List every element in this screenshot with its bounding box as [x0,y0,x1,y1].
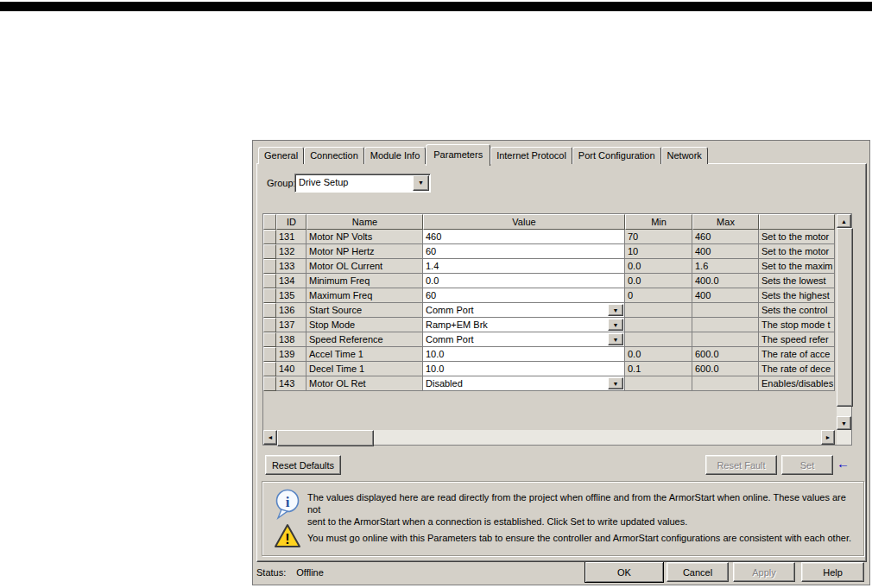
parameters-grid: IDNameValueMinMax 131Motor NP Volts46070… [262,213,852,446]
cell-value[interactable]: 0.0 [423,274,625,288]
tab-network[interactable]: Network [661,147,708,164]
cell-max [692,318,759,332]
cell-desc: The stop mode t [759,318,835,332]
group-combobox-value: Drive Setup [299,177,348,187]
tab-connection[interactable]: Connection [304,147,364,164]
reset-fault-button[interactable]: Reset Fault [705,455,777,475]
row-selector-cell[interactable] [263,303,276,318]
reset-defaults-button[interactable]: Reset Defaults [265,455,341,475]
notes-box: i The values displayed here are read dir… [262,481,864,556]
cell-desc: Set to the maxim [759,259,835,274]
row-selector-cell[interactable] [263,274,276,288]
cell-min: 0 [625,288,692,303]
chevron-down-icon: ▼ [613,337,619,343]
cell-id: 139 [276,347,306,362]
value-dropdown-button[interactable]: ▼ [608,377,623,389]
cell-id: 140 [276,362,306,376]
cell-max: 600.0 [692,362,759,376]
cell-id: 135 [276,288,306,303]
value-dropdown-button[interactable]: ▼ [608,333,623,345]
cell-value[interactable]: Disabled▼ [423,376,625,391]
cell-max: 400 [692,288,759,303]
table-row: 133Motor OL Current1.40.01.6Set to the m… [263,259,837,274]
apply-button[interactable]: Apply [733,562,795,582]
scroll-up-button[interactable]: ▲ [837,214,851,228]
cell-desc: Sets the highest [759,288,835,303]
cell-id: 133 [276,259,306,274]
warning-text: You must go online with this Parameters … [307,532,860,544]
table-row: 140Decel Time 110.00.1600.0The rate of d… [263,362,837,376]
column-header-blank [263,214,276,230]
row-selector-cell[interactable] [263,347,276,362]
grid-empty-area [263,391,837,430]
cell-id: 138 [276,332,306,347]
column-header-min: Min [625,214,692,230]
value-dropdown-button[interactable]: ▼ [608,304,623,316]
cell-value[interactable]: 60 [423,288,625,303]
horizontal-scroll-thumb[interactable] [277,430,374,446]
value-dropdown-button[interactable]: ▼ [608,319,623,331]
cell-max: 400 [692,244,759,259]
set-button[interactable]: Set [781,455,833,475]
cell-value[interactable]: Comm Port▼ [423,303,625,318]
table-row: 138Speed ReferenceComm Port▼The speed re… [263,332,837,347]
row-selector-cell[interactable] [263,362,276,376]
cell-value[interactable]: 10.0 [423,362,625,376]
chevron-down-icon: ▼ [613,307,619,313]
tab-port-configuration[interactable]: Port Configuration [572,147,661,164]
cell-desc: The speed refer [759,332,835,347]
group-combobox[interactable]: Drive Setup ▼ [294,174,431,193]
row-selector-cell[interactable] [263,244,276,259]
ok-button[interactable]: OK [584,561,664,583]
cancel-button[interactable]: Cancel [667,562,729,582]
row-selector-cell[interactable] [263,288,276,303]
cell-id: 131 [276,230,306,244]
cell-min [625,303,692,318]
row-selector-cell[interactable] [263,376,276,391]
scroll-right-button[interactable]: ► [821,430,835,445]
cell-desc: Set to the motor [759,230,835,244]
row-selector-cell[interactable] [263,259,276,274]
cell-value[interactable]: 60 [423,244,625,259]
cell-name: Minimum Freq [306,274,423,288]
cell-max: 400.0 [692,274,759,288]
tab-parameters[interactable]: Parameters [426,144,490,166]
cell-name: Accel Time 1 [306,347,423,362]
vertical-scroll-thumb[interactable] [837,228,853,407]
cell-value[interactable]: Ramp+EM Brk▼ [423,318,625,332]
top-black-bar [0,2,872,11]
column-header-id: ID [276,214,306,230]
cell-name: Start Source [306,303,423,318]
scroll-left-button[interactable]: ◄ [263,430,277,445]
cell-value[interactable]: 1.4 [423,259,625,274]
grid-header-row: IDNameValueMinMax [263,214,837,230]
status-value: Offline [296,567,324,578]
cell-id: 134 [276,274,306,288]
row-selector-cell[interactable] [263,332,276,347]
cell-desc: The rate of dece [759,362,835,376]
cell-min: 0.0 [625,274,692,288]
cell-desc: Sets the lowest [759,274,835,288]
tab-internet-protocol[interactable]: Internet Protocol [490,147,572,164]
cell-name: Motor OL Ret [306,376,423,391]
cell-max: 1.6 [692,259,759,274]
scroll-down-button[interactable]: ▼ [837,416,851,430]
row-selector-cell[interactable] [263,230,276,244]
horizontal-scrollbar[interactable]: ◄ ► [263,430,835,445]
cell-value[interactable]: Comm Port▼ [423,332,625,347]
module-properties-dialog: GeneralConnectionModule InfoParametersIn… [252,140,870,585]
table-row: 135Maximum Freq600400Sets the highest [263,288,837,303]
row-selector-cell[interactable] [263,318,276,332]
tab-general[interactable]: General [258,147,304,164]
cell-max [692,376,759,391]
cell-value[interactable]: 460 [423,230,625,244]
cell-value[interactable]: 10.0 [423,347,625,362]
table-row: 137Stop ModeRamp+EM Brk▼The stop mode t [263,318,837,332]
cell-id: 132 [276,244,306,259]
tab-module-info[interactable]: Module Info [364,147,426,164]
table-row: 143Motor OL RetDisabled▼Enables/disables [263,376,837,391]
help-button[interactable]: Help [801,562,864,582]
scroll-left-icon: ◄ [268,434,274,440]
vertical-scrollbar[interactable]: ▲ ▼ [837,214,851,430]
group-dropdown-button[interactable]: ▼ [413,175,429,191]
